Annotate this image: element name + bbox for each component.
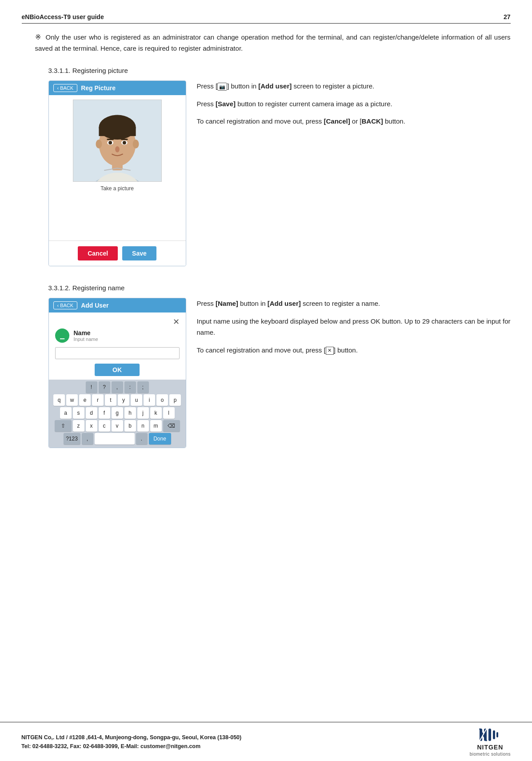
back-button-1[interactable]: ‹ BACK	[53, 84, 78, 92]
name-input[interactable]	[55, 347, 180, 359]
ok-button[interactable]: OK	[95, 364, 140, 376]
kb-o[interactable]: o	[156, 394, 168, 406]
kb-b[interactable]: b	[124, 420, 136, 432]
footer-address: NITGEN Co,. Ltd / #1208 ,641-4, Munjeong…	[21, 733, 241, 751]
camera-icon: 📷	[217, 83, 227, 91]
kb-key-semicolon[interactable]: ;	[137, 381, 149, 393]
kb-k[interactable]: k	[150, 407, 162, 419]
kb-comma[interactable]: ,	[82, 433, 93, 445]
back-chevron-icon-2: ‹	[57, 303, 59, 308]
name-label: Name	[74, 329, 98, 336]
section2-content: ‹ BACK Add User ✕ ⎯ Name Input name	[22, 298, 511, 448]
desc2-p1: Press [Name] button in [Add user] screen…	[197, 298, 511, 309]
kb-i[interactable]: i	[144, 394, 155, 406]
kb-key-question[interactable]: ?	[99, 381, 110, 393]
desc2-p2: Input name using the keyboard displayed …	[197, 316, 511, 338]
kb-num-switch[interactable]: ?123	[64, 433, 80, 445]
svg-rect-14	[120, 139, 128, 140]
svg-rect-18	[488, 729, 491, 741]
kb-d[interactable]: d	[86, 407, 97, 419]
svg-rect-20	[496, 732, 498, 737]
kb-f[interactable]: f	[99, 407, 110, 419]
kb-space[interactable]	[95, 433, 135, 445]
kb-key-comma-sp[interactable]: ,	[112, 381, 123, 393]
name-row: ⎯ Name Input name	[55, 328, 180, 343]
kb-w[interactable]: w	[66, 394, 78, 406]
adduser-inner: ✕ ⎯ Name Input name OK	[49, 312, 186, 376]
cancel-button[interactable]: Cancel	[78, 246, 118, 260]
section1-description: Press [📷] button in [Add user] screen to…	[197, 80, 511, 133]
page-number: 27	[504, 13, 511, 20]
name-label-block: Name Input name	[74, 329, 98, 342]
kb-done[interactable]: Done	[149, 433, 171, 445]
kb-backspace[interactable]: ⌫	[163, 420, 180, 432]
device-topbar-2: ‹ BACK Add User	[49, 298, 186, 312]
doc-title: eNBioAccess-T9 user guide	[22, 13, 104, 20]
back-label-2: BACK	[60, 303, 73, 308]
kb-row-1: q w e r t y u i o p	[50, 394, 185, 406]
name-icon: ⎯	[55, 328, 69, 343]
kb-p[interactable]: p	[169, 394, 181, 406]
kb-dot[interactable]: .	[136, 433, 148, 445]
footer-line2: Tel: 02-6488-3232, Fax: 02-6488-3099, E-…	[21, 742, 241, 751]
kb-n[interactable]: n	[137, 420, 149, 432]
device-topbar-1: ‹ BACK Reg Picture	[49, 81, 186, 95]
close-row: ✕	[55, 317, 180, 327]
desc2-p3: To cancel registration and move out, pre…	[197, 344, 511, 356]
brand-sub: biometric solutions	[470, 752, 511, 757]
kb-shift[interactable]: ⇧	[55, 420, 72, 432]
screen-title-1: Reg Picture	[81, 84, 116, 92]
kb-v[interactable]: v	[112, 420, 123, 432]
kb-t[interactable]: t	[105, 394, 116, 406]
brand-name: NITGEN	[477, 744, 503, 751]
person-photo-svg	[73, 100, 161, 182]
kb-a[interactable]: a	[60, 407, 72, 419]
kb-e[interactable]: e	[79, 394, 91, 406]
kb-g[interactable]: g	[112, 407, 123, 419]
kb-z[interactable]: z	[73, 420, 84, 432]
footer-line1: NITGEN Co,. Ltd / #1208 ,641-4, Munjeong…	[21, 733, 241, 742]
section-heading-2: 3.3.1.2. Registering name	[22, 284, 511, 292]
save-button[interactable]: Save	[122, 246, 156, 260]
kb-r[interactable]: r	[92, 394, 104, 406]
kb-row-4: ?123 , . Done	[50, 433, 185, 445]
page-footer: NITGEN Co,. Ltd / #1208 ,641-4, Munjeong…	[0, 722, 532, 761]
page-header: eNBioAccess-T9 user guide 27	[22, 13, 511, 24]
kb-m[interactable]: m	[150, 420, 162, 432]
kb-key-colon[interactable]: :	[124, 381, 136, 393]
section2-description: Press [Name] button in [Add user] screen…	[197, 298, 511, 362]
back-button-2[interactable]: ‹ BACK	[53, 301, 78, 309]
kb-y[interactable]: y	[118, 394, 129, 406]
svg-rect-13	[107, 139, 114, 140]
device-bottom-buttons: Cancel Save	[49, 240, 186, 266]
back-label-1: BACK	[60, 85, 73, 91]
kb-key-exclaim[interactable]: !	[86, 381, 97, 393]
kb-row-special: ! ? , : ;	[50, 381, 185, 393]
note-symbol: ※	[35, 33, 41, 41]
kb-u[interactable]: u	[131, 394, 142, 406]
svg-point-12	[122, 141, 126, 144]
svg-point-8	[132, 140, 139, 148]
section1-content: ‹ BACK Reg Picture	[22, 80, 511, 266]
svg-point-7	[96, 140, 102, 148]
reg-picture-device: ‹ BACK Reg Picture	[48, 80, 186, 266]
footer-logo: NITGEN biometric solutions	[470, 727, 511, 757]
kb-q[interactable]: q	[53, 394, 65, 406]
svg-rect-6	[99, 127, 136, 136]
kb-h[interactable]: h	[124, 407, 136, 419]
svg-point-15	[115, 146, 120, 152]
kb-c[interactable]: c	[99, 420, 110, 432]
name-hint: Input name	[74, 336, 98, 342]
kb-l[interactable]: l	[163, 407, 175, 419]
desc1-p2: Press [Save] button to register current …	[197, 98, 511, 110]
kb-j[interactable]: j	[137, 407, 149, 419]
photo-label: Take a picture	[100, 185, 134, 192]
nitgen-logo-svg	[479, 727, 502, 743]
kb-row-2: a s d f g h j k l	[50, 407, 185, 419]
note-text: Only the user who is registered as an ad…	[35, 33, 511, 52]
kb-s[interactable]: s	[73, 407, 84, 419]
kb-x[interactable]: x	[86, 420, 97, 432]
x-icon-inline: ✕	[326, 347, 334, 355]
device-spacer-1	[49, 200, 186, 240]
close-icon[interactable]: ✕	[173, 317, 180, 327]
